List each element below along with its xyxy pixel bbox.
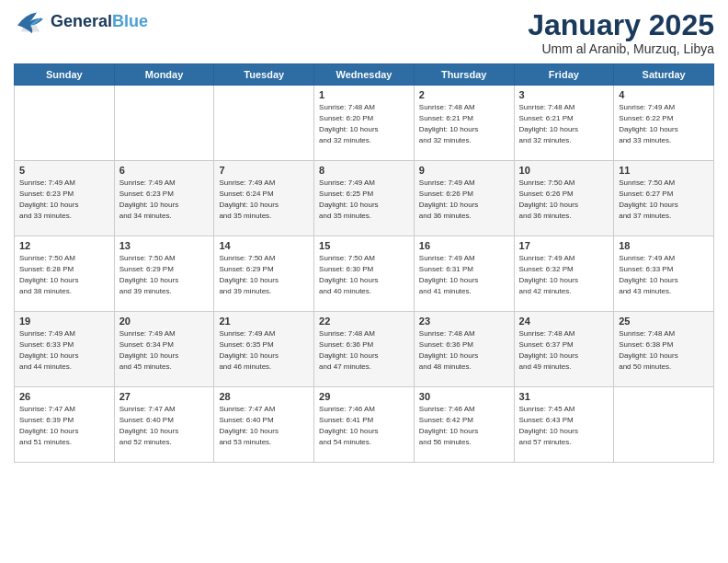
day-info: Sunrise: 7:49 AM Sunset: 6:31 PM Dayligh… (419, 253, 509, 297)
day-number: 2 (419, 89, 509, 100)
day-number: 6 (119, 165, 210, 176)
day-number: 20 (119, 316, 210, 327)
calendar-cell-w3-d2: 13Sunrise: 7:50 AM Sunset: 6:29 PM Dayli… (114, 236, 214, 312)
col-friday: Friday (514, 64, 614, 86)
day-number: 15 (319, 240, 409, 251)
calendar-cell-w5-d3: 28Sunrise: 7:47 AM Sunset: 6:40 PM Dayli… (214, 387, 314, 463)
day-number: 24 (519, 316, 609, 327)
day-info: Sunrise: 7:50 AM Sunset: 6:29 PM Dayligh… (119, 253, 210, 297)
day-number: 23 (419, 316, 509, 327)
calendar-cell-w1-d4: 1Sunrise: 7:48 AM Sunset: 6:20 PM Daylig… (314, 86, 415, 161)
day-info: Sunrise: 7:47 AM Sunset: 6:39 PM Dayligh… (19, 404, 109, 448)
day-info: Sunrise: 7:49 AM Sunset: 6:22 PM Dayligh… (619, 102, 709, 146)
calendar-cell-w4-d7: 25Sunrise: 7:48 AM Sunset: 6:38 PM Dayli… (614, 312, 714, 387)
calendar-cell-w4-d4: 22Sunrise: 7:48 AM Sunset: 6:36 PM Dayli… (314, 312, 415, 387)
day-number: 21 (219, 316, 309, 327)
day-number: 30 (419, 391, 509, 402)
day-info: Sunrise: 7:47 AM Sunset: 6:40 PM Dayligh… (219, 404, 309, 448)
day-info: Sunrise: 7:48 AM Sunset: 6:21 PM Dayligh… (519, 102, 609, 146)
logo-icon (14, 9, 47, 35)
day-info: Sunrise: 7:50 AM Sunset: 6:26 PM Dayligh… (519, 178, 609, 222)
logo-general: General (51, 12, 112, 30)
week-row-5: 26Sunrise: 7:47 AM Sunset: 6:39 PM Dayli… (15, 387, 714, 463)
day-info: Sunrise: 7:49 AM Sunset: 6:25 PM Dayligh… (319, 178, 409, 222)
day-number: 14 (219, 240, 309, 251)
calendar-cell-w5-d5: 30Sunrise: 7:46 AM Sunset: 6:42 PM Dayli… (414, 387, 514, 463)
day-number: 1 (319, 89, 409, 100)
calendar-cell-w1-d1 (15, 86, 115, 161)
day-info: Sunrise: 7:49 AM Sunset: 6:33 PM Dayligh… (19, 328, 109, 373)
week-row-4: 19Sunrise: 7:49 AM Sunset: 6:33 PM Dayli… (15, 312, 714, 387)
calendar-cell-w3-d1: 12Sunrise: 7:50 AM Sunset: 6:28 PM Dayli… (15, 236, 115, 312)
day-number: 29 (319, 391, 409, 402)
logo: GeneralBlue (14, 9, 148, 35)
logo-text: GeneralBlue (51, 13, 148, 31)
day-info: Sunrise: 7:49 AM Sunset: 6:23 PM Dayligh… (119, 178, 210, 222)
day-number: 25 (619, 316, 709, 327)
calendar-table: Sunday Monday Tuesday Wednesday Thursday… (14, 63, 714, 463)
day-info: Sunrise: 7:48 AM Sunset: 6:36 PM Dayligh… (419, 328, 509, 373)
day-number: 28 (219, 391, 309, 402)
day-number: 26 (19, 391, 109, 402)
day-number: 4 (619, 89, 709, 100)
day-number: 19 (19, 316, 109, 327)
calendar-cell-w5-d6: 31Sunrise: 7:45 AM Sunset: 6:43 PM Dayli… (514, 387, 614, 463)
calendar-cell-w1-d7: 4Sunrise: 7:49 AM Sunset: 6:22 PM Daylig… (614, 86, 714, 161)
day-info: Sunrise: 7:45 AM Sunset: 6:43 PM Dayligh… (519, 404, 609, 448)
calendar-cell-w3-d4: 15Sunrise: 7:50 AM Sunset: 6:30 PM Dayli… (314, 236, 415, 312)
calendar-cell-w2-d6: 10Sunrise: 7:50 AM Sunset: 6:26 PM Dayli… (514, 161, 614, 236)
calendar-cell-w3-d3: 14Sunrise: 7:50 AM Sunset: 6:29 PM Dayli… (214, 236, 314, 312)
day-number: 7 (219, 165, 309, 176)
day-info: Sunrise: 7:50 AM Sunset: 6:30 PM Dayligh… (319, 253, 409, 297)
day-number: 3 (519, 89, 609, 100)
calendar-cell-w4-d2: 20Sunrise: 7:49 AM Sunset: 6:34 PM Dayli… (114, 312, 214, 387)
calendar-cell-w2-d2: 6Sunrise: 7:49 AM Sunset: 6:23 PM Daylig… (114, 161, 214, 236)
day-info: Sunrise: 7:49 AM Sunset: 6:33 PM Dayligh… (619, 253, 709, 297)
day-info: Sunrise: 7:48 AM Sunset: 6:20 PM Dayligh… (319, 102, 409, 146)
col-wednesday: Wednesday (314, 64, 415, 86)
calendar-cell-w4-d6: 24Sunrise: 7:48 AM Sunset: 6:37 PM Dayli… (514, 312, 614, 387)
title-section: January 2025 Umm al Aranib, Murzuq, Liby… (528, 9, 714, 56)
col-saturday: Saturday (614, 64, 714, 86)
day-info: Sunrise: 7:49 AM Sunset: 6:23 PM Dayligh… (19, 178, 109, 222)
calendar-cell-w2-d5: 9Sunrise: 7:49 AM Sunset: 6:26 PM Daylig… (414, 161, 514, 236)
day-number: 8 (319, 165, 409, 176)
day-info: Sunrise: 7:49 AM Sunset: 6:35 PM Dayligh… (219, 328, 309, 373)
day-number: 16 (419, 240, 509, 251)
day-info: Sunrise: 7:49 AM Sunset: 6:24 PM Dayligh… (219, 178, 309, 222)
calendar-cell-w1-d5: 2Sunrise: 7:48 AM Sunset: 6:21 PM Daylig… (414, 86, 514, 161)
day-number: 13 (119, 240, 210, 251)
day-info: Sunrise: 7:48 AM Sunset: 6:38 PM Dayligh… (619, 328, 709, 373)
day-number: 27 (119, 391, 210, 402)
calendar-cell-w2-d7: 11Sunrise: 7:50 AM Sunset: 6:27 PM Dayli… (614, 161, 714, 236)
calendar-cell-w1-d6: 3Sunrise: 7:48 AM Sunset: 6:21 PM Daylig… (514, 86, 614, 161)
day-number: 31 (519, 391, 609, 402)
day-info: Sunrise: 7:49 AM Sunset: 6:26 PM Dayligh… (419, 178, 509, 222)
week-row-2: 5Sunrise: 7:49 AM Sunset: 6:23 PM Daylig… (15, 161, 714, 236)
day-number: 5 (19, 165, 109, 176)
day-info: Sunrise: 7:47 AM Sunset: 6:40 PM Dayligh… (119, 404, 210, 448)
week-row-1: 1Sunrise: 7:48 AM Sunset: 6:20 PM Daylig… (15, 86, 714, 161)
day-info: Sunrise: 7:50 AM Sunset: 6:27 PM Dayligh… (619, 178, 709, 222)
calendar-cell-w3-d7: 18Sunrise: 7:49 AM Sunset: 6:33 PM Dayli… (614, 236, 714, 312)
logo-blue: Blue (112, 12, 148, 30)
month-title: January 2025 (528, 9, 714, 41)
day-info: Sunrise: 7:46 AM Sunset: 6:41 PM Dayligh… (319, 404, 409, 448)
day-info: Sunrise: 7:49 AM Sunset: 6:34 PM Dayligh… (119, 328, 210, 373)
col-tuesday: Tuesday (214, 64, 314, 86)
day-info: Sunrise: 7:50 AM Sunset: 6:29 PM Dayligh… (219, 253, 309, 297)
location: Umm al Aranib, Murzuq, Libya (528, 41, 714, 56)
col-thursday: Thursday (414, 64, 514, 86)
day-info: Sunrise: 7:49 AM Sunset: 6:32 PM Dayligh… (519, 253, 609, 297)
day-info: Sunrise: 7:48 AM Sunset: 6:37 PM Dayligh… (519, 328, 609, 373)
week-row-3: 12Sunrise: 7:50 AM Sunset: 6:28 PM Dayli… (15, 236, 714, 312)
calendar-cell-w2-d3: 7Sunrise: 7:49 AM Sunset: 6:24 PM Daylig… (214, 161, 314, 236)
day-number: 22 (319, 316, 409, 327)
day-number: 11 (619, 165, 709, 176)
calendar-cell-w3-d5: 16Sunrise: 7:49 AM Sunset: 6:31 PM Dayli… (414, 236, 514, 312)
day-number: 10 (519, 165, 609, 176)
day-number: 18 (619, 240, 709, 251)
day-number: 12 (19, 240, 109, 251)
calendar-cell-w5-d1: 26Sunrise: 7:47 AM Sunset: 6:39 PM Dayli… (15, 387, 115, 463)
header: GeneralBlue January 2025 Umm al Aranib, … (14, 9, 714, 56)
